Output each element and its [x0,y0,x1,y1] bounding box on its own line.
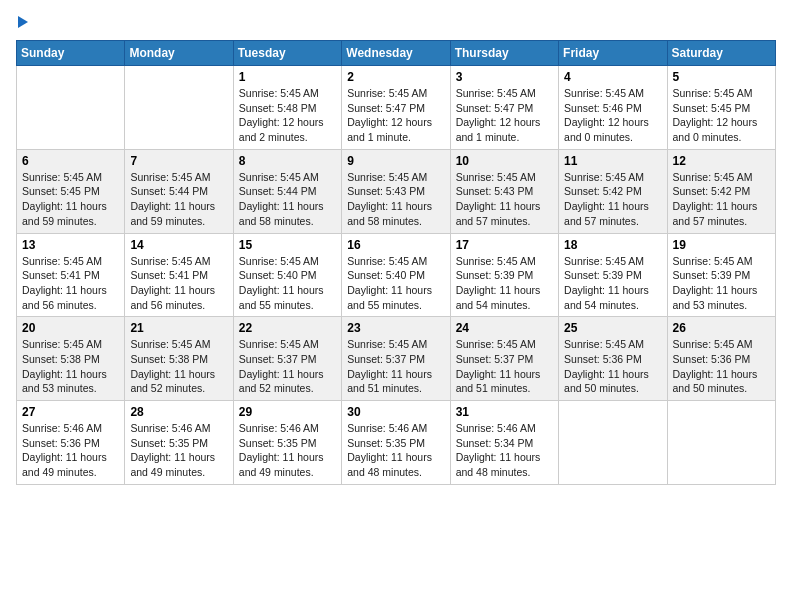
day-info: Sunrise: 5:45 AMSunset: 5:37 PMDaylight:… [239,337,336,396]
day-number: 21 [130,321,227,335]
day-number: 5 [673,70,770,84]
day-info: Sunrise: 5:45 AMSunset: 5:44 PMDaylight:… [239,170,336,229]
day-info: Sunrise: 5:46 AMSunset: 5:35 PMDaylight:… [239,421,336,480]
calendar-cell: 17Sunrise: 5:45 AMSunset: 5:39 PMDayligh… [450,233,558,317]
calendar-cell [17,66,125,150]
weekday-header-thursday: Thursday [450,41,558,66]
day-number: 31 [456,405,553,419]
calendar-cell: 27Sunrise: 5:46 AMSunset: 5:36 PMDayligh… [17,401,125,485]
logo [16,16,28,28]
day-info: Sunrise: 5:45 AMSunset: 5:44 PMDaylight:… [130,170,227,229]
day-number: 19 [673,238,770,252]
day-number: 18 [564,238,661,252]
day-number: 20 [22,321,119,335]
weekday-header-saturday: Saturday [667,41,775,66]
day-number: 17 [456,238,553,252]
weekday-header-sunday: Sunday [17,41,125,66]
calendar-week-5: 27Sunrise: 5:46 AMSunset: 5:36 PMDayligh… [17,401,776,485]
calendar-cell: 6Sunrise: 5:45 AMSunset: 5:45 PMDaylight… [17,149,125,233]
calendar-cell: 7Sunrise: 5:45 AMSunset: 5:44 PMDaylight… [125,149,233,233]
calendar-cell: 23Sunrise: 5:45 AMSunset: 5:37 PMDayligh… [342,317,450,401]
calendar-cell [667,401,775,485]
day-info: Sunrise: 5:45 AMSunset: 5:40 PMDaylight:… [347,254,444,313]
day-info: Sunrise: 5:45 AMSunset: 5:39 PMDaylight:… [673,254,770,313]
calendar-week-2: 6Sunrise: 5:45 AMSunset: 5:45 PMDaylight… [17,149,776,233]
weekday-header-friday: Friday [559,41,667,66]
calendar-cell: 8Sunrise: 5:45 AMSunset: 5:44 PMDaylight… [233,149,341,233]
calendar-cell [125,66,233,150]
day-info: Sunrise: 5:45 AMSunset: 5:37 PMDaylight:… [456,337,553,396]
day-number: 14 [130,238,227,252]
day-number: 4 [564,70,661,84]
calendar-cell: 24Sunrise: 5:45 AMSunset: 5:37 PMDayligh… [450,317,558,401]
calendar-week-3: 13Sunrise: 5:45 AMSunset: 5:41 PMDayligh… [17,233,776,317]
weekday-header-wednesday: Wednesday [342,41,450,66]
day-number: 30 [347,405,444,419]
day-number: 8 [239,154,336,168]
calendar-cell: 30Sunrise: 5:46 AMSunset: 5:35 PMDayligh… [342,401,450,485]
calendar-cell: 19Sunrise: 5:45 AMSunset: 5:39 PMDayligh… [667,233,775,317]
logo-arrow-icon [18,16,28,28]
day-number: 1 [239,70,336,84]
calendar-table: SundayMondayTuesdayWednesdayThursdayFrid… [16,40,776,485]
calendar-cell: 1Sunrise: 5:45 AMSunset: 5:48 PMDaylight… [233,66,341,150]
calendar-cell: 3Sunrise: 5:45 AMSunset: 5:47 PMDaylight… [450,66,558,150]
day-info: Sunrise: 5:45 AMSunset: 5:41 PMDaylight:… [130,254,227,313]
page-header [16,16,776,28]
day-info: Sunrise: 5:45 AMSunset: 5:36 PMDaylight:… [564,337,661,396]
weekday-header-monday: Monday [125,41,233,66]
calendar-cell: 15Sunrise: 5:45 AMSunset: 5:40 PMDayligh… [233,233,341,317]
day-number: 16 [347,238,444,252]
day-info: Sunrise: 5:45 AMSunset: 5:41 PMDaylight:… [22,254,119,313]
calendar-cell: 2Sunrise: 5:45 AMSunset: 5:47 PMDaylight… [342,66,450,150]
day-number: 7 [130,154,227,168]
day-number: 25 [564,321,661,335]
day-info: Sunrise: 5:45 AMSunset: 5:45 PMDaylight:… [673,86,770,145]
calendar-cell: 12Sunrise: 5:45 AMSunset: 5:42 PMDayligh… [667,149,775,233]
day-info: Sunrise: 5:45 AMSunset: 5:36 PMDaylight:… [673,337,770,396]
calendar-cell: 16Sunrise: 5:45 AMSunset: 5:40 PMDayligh… [342,233,450,317]
calendar-cell: 9Sunrise: 5:45 AMSunset: 5:43 PMDaylight… [342,149,450,233]
calendar-week-1: 1Sunrise: 5:45 AMSunset: 5:48 PMDaylight… [17,66,776,150]
calendar-cell: 10Sunrise: 5:45 AMSunset: 5:43 PMDayligh… [450,149,558,233]
day-info: Sunrise: 5:45 AMSunset: 5:40 PMDaylight:… [239,254,336,313]
calendar-cell: 26Sunrise: 5:45 AMSunset: 5:36 PMDayligh… [667,317,775,401]
day-info: Sunrise: 5:45 AMSunset: 5:48 PMDaylight:… [239,86,336,145]
day-number: 29 [239,405,336,419]
day-info: Sunrise: 5:45 AMSunset: 5:46 PMDaylight:… [564,86,661,145]
day-number: 2 [347,70,444,84]
day-number: 22 [239,321,336,335]
calendar-cell: 28Sunrise: 5:46 AMSunset: 5:35 PMDayligh… [125,401,233,485]
day-info: Sunrise: 5:45 AMSunset: 5:42 PMDaylight:… [564,170,661,229]
weekday-header-tuesday: Tuesday [233,41,341,66]
calendar-cell: 25Sunrise: 5:45 AMSunset: 5:36 PMDayligh… [559,317,667,401]
calendar-cell: 29Sunrise: 5:46 AMSunset: 5:35 PMDayligh… [233,401,341,485]
calendar-cell: 13Sunrise: 5:45 AMSunset: 5:41 PMDayligh… [17,233,125,317]
day-info: Sunrise: 5:45 AMSunset: 5:38 PMDaylight:… [22,337,119,396]
calendar-cell [559,401,667,485]
day-info: Sunrise: 5:46 AMSunset: 5:35 PMDaylight:… [130,421,227,480]
calendar-header-row: SundayMondayTuesdayWednesdayThursdayFrid… [17,41,776,66]
calendar-cell: 18Sunrise: 5:45 AMSunset: 5:39 PMDayligh… [559,233,667,317]
calendar-cell: 22Sunrise: 5:45 AMSunset: 5:37 PMDayligh… [233,317,341,401]
calendar-cell: 20Sunrise: 5:45 AMSunset: 5:38 PMDayligh… [17,317,125,401]
day-info: Sunrise: 5:45 AMSunset: 5:39 PMDaylight:… [564,254,661,313]
day-info: Sunrise: 5:45 AMSunset: 5:45 PMDaylight:… [22,170,119,229]
day-info: Sunrise: 5:46 AMSunset: 5:34 PMDaylight:… [456,421,553,480]
calendar-cell: 14Sunrise: 5:45 AMSunset: 5:41 PMDayligh… [125,233,233,317]
day-number: 11 [564,154,661,168]
day-number: 27 [22,405,119,419]
day-number: 3 [456,70,553,84]
day-info: Sunrise: 5:45 AMSunset: 5:37 PMDaylight:… [347,337,444,396]
day-info: Sunrise: 5:45 AMSunset: 5:43 PMDaylight:… [347,170,444,229]
day-info: Sunrise: 5:45 AMSunset: 5:39 PMDaylight:… [456,254,553,313]
calendar-cell: 5Sunrise: 5:45 AMSunset: 5:45 PMDaylight… [667,66,775,150]
day-info: Sunrise: 5:45 AMSunset: 5:47 PMDaylight:… [347,86,444,145]
calendar-cell: 11Sunrise: 5:45 AMSunset: 5:42 PMDayligh… [559,149,667,233]
day-number: 6 [22,154,119,168]
calendar-cell: 31Sunrise: 5:46 AMSunset: 5:34 PMDayligh… [450,401,558,485]
day-info: Sunrise: 5:46 AMSunset: 5:35 PMDaylight:… [347,421,444,480]
day-number: 10 [456,154,553,168]
day-number: 13 [22,238,119,252]
day-info: Sunrise: 5:45 AMSunset: 5:38 PMDaylight:… [130,337,227,396]
